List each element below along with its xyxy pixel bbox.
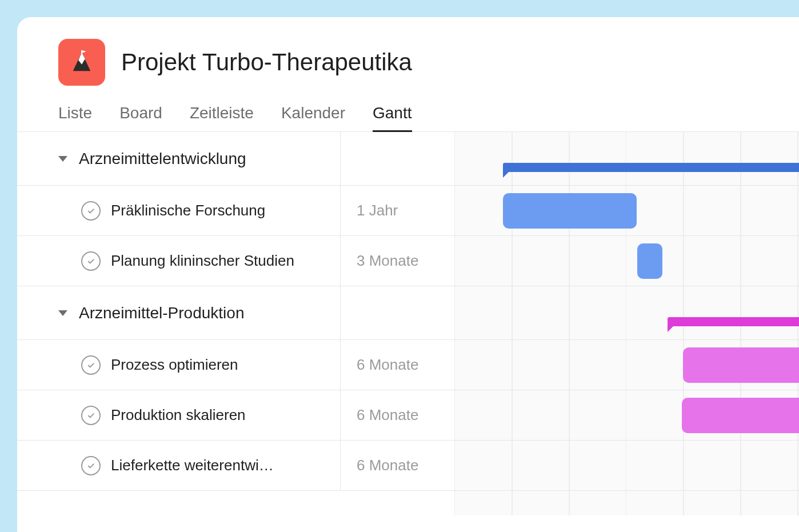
gantt-bar[interactable] bbox=[682, 398, 799, 433]
section-row[interactable]: Arzneimittel-Produktion bbox=[17, 286, 454, 340]
gantt-summary-bar[interactable] bbox=[668, 317, 799, 326]
mountain-flag-icon bbox=[69, 49, 95, 75]
check-circle-icon[interactable] bbox=[81, 456, 101, 475]
section-name: Arzneimittelentwicklung bbox=[79, 150, 246, 168]
gantt-bar[interactable] bbox=[637, 243, 662, 279]
task-name: Prozess optimieren bbox=[111, 356, 238, 374]
view-tabs: Liste Board Zeitleiste Kalender Gantt bbox=[17, 99, 799, 132]
task-row[interactable]: Lieferkette weiterentwi… 6 Monate bbox=[17, 441, 454, 491]
task-row[interactable]: Planung klininscher Studien 3 Monate bbox=[17, 236, 454, 286]
tab-board[interactable]: Board bbox=[119, 99, 162, 131]
section-row[interactable]: Arzneimittelentwicklung bbox=[17, 132, 454, 186]
caret-down-icon bbox=[58, 156, 67, 162]
tab-zeitleiste[interactable]: Zeitleiste bbox=[190, 99, 254, 131]
task-row[interactable]: Präklinische Forschung 1 Jahr bbox=[17, 186, 454, 236]
task-duration: 6 Monate bbox=[340, 390, 454, 440]
task-duration: 6 Monate bbox=[340, 441, 454, 490]
gantt-bar[interactable] bbox=[503, 193, 637, 229]
task-row[interactable]: Prozess optimieren 6 Monate bbox=[17, 340, 454, 390]
gantt-chart[interactable] bbox=[454, 132, 799, 515]
task-duration: 3 Monate bbox=[340, 236, 454, 286]
task-row[interactable]: Produktion skalieren 6 Monate bbox=[17, 390, 454, 441]
tab-gantt[interactable]: Gantt bbox=[373, 99, 412, 131]
check-circle-icon[interactable] bbox=[81, 201, 101, 221]
gantt-summary-bar[interactable] bbox=[503, 163, 799, 172]
gantt-bar[interactable] bbox=[683, 347, 799, 383]
gantt-container: Arzneimittelentwicklung Präklinische For… bbox=[17, 132, 799, 515]
task-name: Lieferkette weiterentwi… bbox=[111, 457, 274, 474]
svg-rect-0 bbox=[81, 50, 82, 55]
project-title: Projekt Turbo-Therapeutika bbox=[121, 49, 412, 76]
check-circle-icon[interactable] bbox=[81, 355, 101, 375]
check-circle-icon[interactable] bbox=[81, 251, 101, 271]
task-name: Planung klininscher Studien bbox=[111, 252, 294, 270]
task-duration: 6 Monate bbox=[340, 340, 454, 390]
task-name: Produktion skalieren bbox=[111, 406, 246, 424]
task-list: Arzneimittelentwicklung Präklinische For… bbox=[17, 132, 454, 515]
task-name: Präklinische Forschung bbox=[111, 202, 265, 219]
app-window: Projekt Turbo-Therapeutika Liste Board Z… bbox=[17, 17, 799, 532]
tab-liste[interactable]: Liste bbox=[58, 99, 92, 131]
project-header: Projekt Turbo-Therapeutika bbox=[17, 17, 799, 99]
tab-kalender[interactable]: Kalender bbox=[281, 99, 345, 131]
project-icon[interactable] bbox=[58, 39, 105, 86]
task-duration: 1 Jahr bbox=[340, 186, 454, 235]
check-circle-icon[interactable] bbox=[81, 406, 101, 425]
section-name: Arzneimittel-Produktion bbox=[79, 304, 244, 322]
caret-down-icon bbox=[58, 310, 67, 316]
